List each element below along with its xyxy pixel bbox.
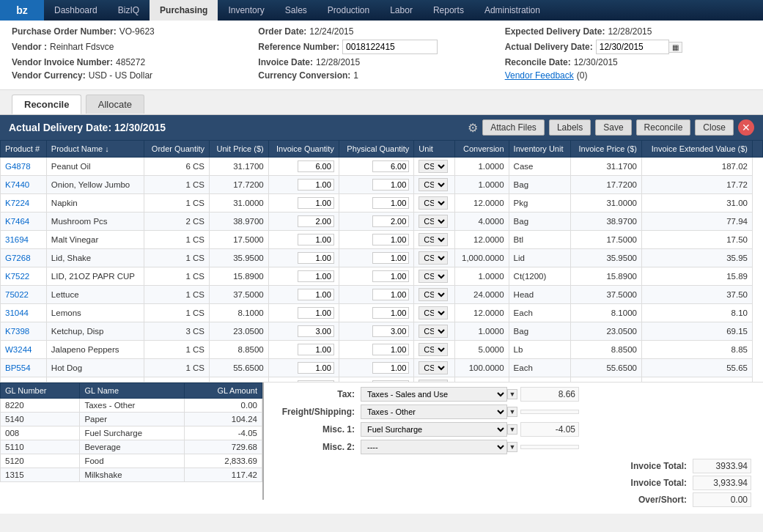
table-cell-5[interactable]: [339, 213, 414, 231]
product-link[interactable]: BP554: [5, 363, 31, 372]
table-cell-4[interactable]: [268, 341, 339, 359]
close-x-button[interactable]: ✕: [738, 119, 754, 136]
qty-input[interactable]: [298, 215, 334, 227]
product-link[interactable]: K7440: [5, 180, 29, 189]
nav-item-biziq[interactable]: BizIQ: [108, 0, 150, 21]
product-link[interactable]: 31694: [5, 235, 29, 244]
table-cell-4[interactable]: [268, 359, 339, 377]
tax-dropdown-icon[interactable]: ▼: [507, 389, 517, 399]
qty-input[interactable]: [372, 325, 409, 337]
table-cell-0[interactable]: K7224: [1, 194, 47, 213]
tax-select[interactable]: Taxes - Sales and Use: [361, 387, 507, 402]
table-cell-6[interactable]: CS: [414, 322, 454, 341]
unit-select[interactable]: CS: [419, 325, 448, 338]
qty-input[interactable]: [298, 160, 334, 172]
actual-delivery-input[interactable]: [596, 40, 669, 54]
freight-dropdown-icon[interactable]: ▼: [507, 407, 517, 417]
table-cell-6[interactable]: CS: [414, 194, 454, 213]
qty-input[interactable]: [298, 344, 334, 355]
table-cell-0[interactable]: K7398: [1, 322, 47, 341]
qty-input[interactable]: [372, 160, 409, 172]
table-cell-5[interactable]: [339, 231, 414, 249]
tab-allocate[interactable]: Allocate: [86, 95, 144, 114]
unit-select[interactable]: CS: [419, 178, 448, 191]
table-cell-0[interactable]: 31694: [1, 231, 47, 249]
qty-input[interactable]: [372, 197, 409, 209]
unit-select[interactable]: CS: [419, 361, 448, 374]
table-cell-0[interactable]: K7522: [1, 267, 47, 286]
table-cell-0[interactable]: W3244: [1, 341, 47, 359]
qty-input[interactable]: [298, 234, 334, 245]
table-cell-4[interactable]: [268, 194, 339, 213]
qty-input[interactable]: [298, 289, 334, 300]
qty-input[interactable]: [298, 362, 334, 374]
product-link[interactable]: W3244: [5, 345, 32, 354]
table-cell-5[interactable]: [339, 304, 414, 322]
table-cell-4[interactable]: [268, 176, 339, 194]
unit-select[interactable]: CS: [419, 233, 448, 246]
table-cell-6[interactable]: CS: [414, 359, 454, 377]
qty-input[interactable]: [372, 362, 409, 374]
nav-item-inventory[interactable]: Inventory: [218, 0, 274, 21]
qty-input[interactable]: [372, 344, 409, 355]
qty-input[interactable]: [298, 197, 334, 209]
table-cell-4[interactable]: [268, 267, 339, 286]
table-cell-6[interactable]: CS: [414, 231, 454, 249]
table-cell-4[interactable]: [268, 158, 339, 176]
table-cell-0[interactable]: 31044: [1, 304, 47, 322]
product-link[interactable]: G7268: [5, 254, 31, 262]
reference-input[interactable]: [342, 40, 438, 54]
table-cell-5[interactable]: [339, 341, 414, 359]
tab-reconcile[interactable]: Reconcile: [12, 95, 81, 114]
table-cell-4[interactable]: [268, 213, 339, 231]
attach-files-button[interactable]: Attach Files: [482, 119, 545, 136]
unit-select[interactable]: CS: [419, 160, 448, 173]
nav-item-production[interactable]: Production: [317, 0, 380, 21]
unit-select[interactable]: CS: [419, 288, 448, 301]
nav-item-administration[interactable]: Administration: [474, 0, 550, 21]
table-cell-6[interactable]: CS: [414, 267, 454, 286]
qty-input[interactable]: [372, 307, 409, 319]
nav-item-dashboard[interactable]: Dashboard: [44, 0, 108, 21]
qty-input[interactable]: [372, 289, 409, 300]
settings-icon[interactable]: ⚙: [468, 121, 478, 135]
qty-input[interactable]: [298, 252, 334, 264]
qty-input[interactable]: [372, 179, 409, 191]
qty-input[interactable]: [298, 270, 334, 282]
misc2-dropdown-icon[interactable]: ▼: [507, 442, 517, 452]
product-link[interactable]: K7464: [5, 217, 29, 226]
table-cell-0[interactable]: 75022: [1, 286, 47, 304]
qty-input[interactable]: [298, 380, 334, 382]
table-cell-0[interactable]: G4878: [1, 158, 47, 176]
nav-item-reports[interactable]: Reports: [423, 0, 474, 21]
table-cell-5[interactable]: [339, 194, 414, 213]
qty-input[interactable]: [372, 270, 409, 282]
table-cell-5[interactable]: [339, 176, 414, 194]
table-cell-0[interactable]: K7464: [1, 213, 47, 231]
misc2-select[interactable]: ----: [361, 440, 507, 454]
table-cell-4[interactable]: [268, 231, 339, 249]
vendor-feedback-link[interactable]: Vendor Feedback: [505, 70, 574, 81]
qty-input[interactable]: [298, 307, 334, 319]
table-cell-5[interactable]: [339, 359, 414, 377]
close-button[interactable]: Close: [695, 119, 734, 136]
unit-select[interactable]: CS: [419, 196, 448, 210]
product-link[interactable]: 31044: [5, 309, 29, 317]
table-cell-6[interactable]: CS: [414, 213, 454, 231]
table-cell-6[interactable]: CS: [414, 176, 454, 194]
unit-select[interactable]: CS: [419, 215, 448, 228]
qty-input[interactable]: [298, 325, 334, 337]
table-cell-6[interactable]: CS: [414, 286, 454, 304]
table-cell-4[interactable]: [268, 322, 339, 341]
misc1-dropdown-icon[interactable]: ▼: [507, 424, 517, 435]
misc1-select[interactable]: Fuel Surcharge: [361, 422, 507, 437]
nav-item-labor[interactable]: Labor: [380, 0, 423, 21]
table-cell-5[interactable]: [339, 158, 414, 176]
table-cell-0[interactable]: BP554: [1, 359, 47, 377]
table-cell-0[interactable]: G7268: [1, 249, 47, 267]
calendar-icon[interactable]: ▦: [669, 42, 682, 53]
labels-button[interactable]: Labels: [549, 119, 591, 136]
qty-input[interactable]: [372, 215, 409, 227]
unit-select[interactable]: CS: [419, 343, 448, 356]
unit-select[interactable]: CS: [419, 306, 448, 319]
